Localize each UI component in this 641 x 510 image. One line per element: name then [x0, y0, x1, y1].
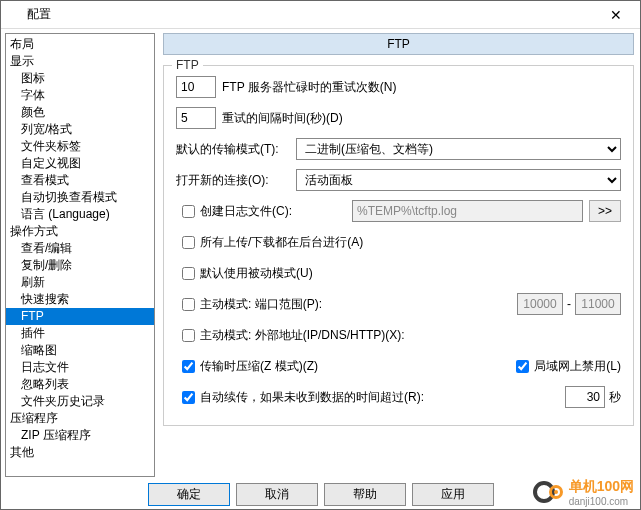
tree-item[interactable]: ZIP 压缩程序: [6, 427, 154, 444]
passive-label: 默认使用被动模式(U): [200, 265, 313, 282]
compress-label: 传输时压缩(Z 模式)(Z): [200, 358, 318, 375]
tree-item[interactable]: 字体: [6, 87, 154, 104]
settings-tree[interactable]: 布局显示图标字体颜色列宽/格式文件夹标签自定义视图查看模式自动切换查看模式语言 …: [5, 33, 155, 477]
tree-item[interactable]: 操作方式: [6, 223, 154, 240]
tree-item[interactable]: 查看/编辑: [6, 240, 154, 257]
tree-item[interactable]: 图标: [6, 70, 154, 87]
port-separator: -: [563, 297, 575, 311]
retry-count-input[interactable]: [176, 76, 216, 98]
tree-item[interactable]: 语言 (Language): [6, 206, 154, 223]
tree-item[interactable]: 文件夹标签: [6, 138, 154, 155]
group-title: FTP: [172, 58, 203, 72]
active-ext-checkbox[interactable]: [182, 329, 195, 342]
port-to-input: [575, 293, 621, 315]
apply-button[interactable]: 应用: [412, 483, 494, 506]
tree-item[interactable]: 自定义视图: [6, 155, 154, 172]
tree-item[interactable]: 缩略图: [6, 342, 154, 359]
active-range-label: 主动模式: 端口范围(P):: [200, 296, 322, 313]
background-label: 所有上传/下载都在后台进行(A): [200, 234, 363, 251]
ftp-group: FTP FTP 服务器忙碌时的重试次数(N) 重试的间隔时间(秒)(D) 默认的…: [163, 65, 634, 426]
resume-timeout-input[interactable]: [565, 386, 605, 408]
page-title: FTP: [163, 33, 634, 55]
create-log-label: 创建日志文件(C):: [200, 203, 292, 220]
close-button[interactable]: ✕: [596, 7, 636, 23]
tree-item[interactable]: 其他: [6, 444, 154, 461]
window-title: 配置: [27, 6, 596, 23]
lan-disable-label: 局域网上禁用(L): [534, 358, 621, 375]
background-checkbox[interactable]: [182, 236, 195, 249]
titlebar: 配置 ✕: [1, 1, 640, 29]
open-new-select[interactable]: 活动面板: [296, 169, 621, 191]
resume-unit: 秒: [609, 389, 621, 406]
compress-checkbox[interactable]: [182, 360, 195, 373]
open-new-label: 打开新的连接(O):: [176, 172, 296, 189]
lan-disable-checkbox[interactable]: [516, 360, 529, 373]
tree-item[interactable]: 自动切换查看模式: [6, 189, 154, 206]
tree-item[interactable]: FTP: [6, 308, 154, 325]
tree-item[interactable]: 压缩程序: [6, 410, 154, 427]
port-from-input: [517, 293, 563, 315]
retry-delay-label: 重试的间隔时间(秒)(D): [222, 110, 343, 127]
save-disk-icon: [5, 7, 21, 23]
transfer-mode-select[interactable]: 二进制(压缩包、文档等): [296, 138, 621, 160]
tree-item[interactable]: 查看模式: [6, 172, 154, 189]
cancel-button[interactable]: 取消: [236, 483, 318, 506]
tree-item[interactable]: 颜色: [6, 104, 154, 121]
create-log-checkbox[interactable]: [182, 205, 195, 218]
tree-item[interactable]: 日志文件: [6, 359, 154, 376]
retry-count-label: FTP 服务器忙碌时的重试次数(N): [222, 79, 396, 96]
tree-item[interactable]: 列宽/格式: [6, 121, 154, 138]
tree-item[interactable]: 显示: [6, 53, 154, 70]
log-path-input: [352, 200, 583, 222]
tree-item[interactable]: 快速搜索: [6, 291, 154, 308]
tree-item[interactable]: 刷新: [6, 274, 154, 291]
ok-button[interactable]: 确定: [148, 483, 230, 506]
help-button[interactable]: 帮助: [324, 483, 406, 506]
active-ext-label: 主动模式: 外部地址(IP/DNS/HTTP)(X):: [200, 327, 405, 344]
tree-item[interactable]: 忽略列表: [6, 376, 154, 393]
active-range-checkbox[interactable]: [182, 298, 195, 311]
passive-checkbox[interactable]: [182, 267, 195, 280]
tree-item[interactable]: 布局: [6, 36, 154, 53]
transfer-mode-label: 默认的传输模式(T):: [176, 141, 296, 158]
tree-item[interactable]: 复制/删除: [6, 257, 154, 274]
tree-item[interactable]: 文件夹历史记录: [6, 393, 154, 410]
tree-item[interactable]: 插件: [6, 325, 154, 342]
log-browse-button[interactable]: >>: [589, 200, 621, 222]
dialog-footer: 确定 取消 帮助 应用: [1, 479, 640, 509]
resume-checkbox[interactable]: [182, 391, 195, 404]
resume-label: 自动续传，如果未收到数据的时间超过(R):: [200, 389, 424, 406]
retry-delay-input[interactable]: [176, 107, 216, 129]
